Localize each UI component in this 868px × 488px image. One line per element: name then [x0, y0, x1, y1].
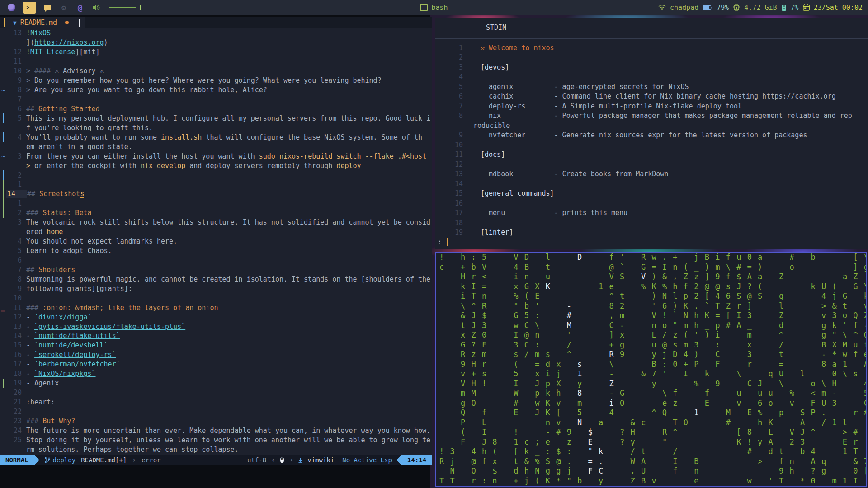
pager-row: 6 cachix - Command line client for Nix b…: [435, 92, 868, 102]
editor-row: ](https://nixos.org): [0, 38, 432, 47]
linux-penguin-icon: [279, 457, 285, 463]
statusline-right: utf-8 ‹ ‹ vimwiki No Active Lsp 14:14: [247, 455, 432, 465]
text-segment: s: [80, 190, 84, 198]
volume-slider[interactable]: [109, 7, 136, 8]
grid-row: 9 H r ( = d x s \ B : 0 + P F r = 8 a 1 …: [436, 360, 866, 370]
grid-chars: ) & , Z z ] 9 f $ A a Z a Z N m * T C n …: [646, 272, 867, 281]
line-number: 19: [6, 379, 26, 387]
markdown-link[interactable]: `divnix/digga`: [34, 313, 91, 321]
gutter-sign: [0, 322, 6, 331]
pager-row: 2: [435, 53, 868, 63]
markdown-link[interactable]: `serokell/deploy-rs`: [34, 351, 116, 359]
markdown-link[interactable]: !MIT License: [26, 48, 75, 56]
datetime: 23/Sat 00:02: [814, 4, 863, 12]
text-segment: Learn to adopt Chaos.: [26, 247, 112, 255]
pager-line-text: [general commands]: [470, 189, 554, 197]
pager-line-text: [docs]: [470, 150, 505, 159]
line-text: - `numtide/devshell`: [26, 341, 432, 349]
gutter-sign: [0, 66, 6, 76]
window-title-text: bash: [431, 4, 448, 12]
grid-chars: 1: [694, 408, 699, 417]
pager-line-number: 7: [435, 102, 470, 110]
text-segment: home: [47, 228, 63, 236]
grid-chars: = .: [588, 457, 604, 466]
grid-chars: #: [567, 311, 572, 320]
editor-buffer[interactable]: 13!NixOS](https://nixos.org)12!MIT Licen…: [0, 28, 432, 455]
text-segment: ###: [26, 209, 42, 217]
line-text: em aren't in a good state.: [26, 143, 432, 151]
grid-chars: R z m s / m s ^: [439, 350, 609, 359]
editor-row: 8Summoning is powerful magic, and cannot…: [0, 274, 432, 284]
line-text: > or enter the cockpit with nix develop …: [26, 162, 432, 170]
pager-text-segment: cachix - Command line client for Nix bin…: [481, 92, 836, 100]
line-text: - `numtide/flake-utils`: [26, 332, 432, 340]
text-cursor: [443, 238, 448, 246]
wifi-icon[interactable]: [658, 5, 666, 10]
grid-chars: D: [577, 253, 583, 262]
grid-chars: ? y " K ! y A 2 3 E r L - i O H: [593, 437, 867, 446]
editor-row: 9following giants][giants]:: [0, 284, 432, 293]
pager-line-number: 3: [435, 63, 470, 71]
grid-row: t J 3 w C \ M C - n o " m h _ p # A _ d …: [436, 321, 866, 331]
modified-dot-icon: [65, 21, 69, 24]
text-segment: >: [26, 86, 34, 94]
gutter-sign: [0, 331, 6, 341]
editor-row: em aren't in a good state.: [0, 142, 432, 151]
text-segment: Are you sure you want to go down this ra…: [34, 86, 267, 94]
line-number: 17: [6, 360, 26, 368]
pager-line-number: 17: [435, 209, 470, 217]
line-text: The future is more uncertain than ever. …: [26, 427, 432, 435]
speaker-icon[interactable]: [91, 3, 101, 13]
grid-chars: P L n v: [439, 418, 577, 427]
editor-row: 2: [0, 170, 432, 180]
grid-chars: 9 y j D 4 ) C 3 t - * w f e P 0 G u L ^ …: [614, 350, 867, 359]
chat-icon[interactable]: [42, 3, 52, 13]
markdown-link[interactable]: `numtide/devshell`: [34, 341, 108, 349]
pager-line-number: 2: [435, 53, 470, 61]
gutter-sign: [0, 57, 6, 66]
markdown-link[interactable]: `berberman/nvfetcher`: [34, 360, 120, 368]
line-text: > Are you sure you want to go down this …: [26, 86, 432, 94]
grid-chars: O e z E v 6 o v F U 3 C E T , 9: [614, 399, 867, 408]
text-segment: Status: Beta: [42, 209, 91, 217]
markdown-link[interactable]: `gytis-ivaskevicius/flake-utils-plus`: [34, 323, 185, 331]
buffer-tab-readme[interactable]: ▼ README.md: [5, 17, 85, 28]
pager-line-number: 16: [435, 199, 470, 207]
active-workspace-terminal-icon[interactable]: >_: [23, 2, 36, 14]
grid-row: Q f E J K [ 5 4 ^ Q 1 M E % p S P . r # …: [436, 408, 866, 418]
text-segment: ⚠ Advisory ⚠: [55, 67, 104, 75]
pager-line-text: [linter]: [470, 228, 513, 236]
gutter-sign: [0, 142, 6, 151]
grid-chars: , U f n 9 h ? g 0 [ J T n: [604, 466, 867, 475]
firefox-icon[interactable]: [6, 3, 16, 13]
text-segment: -: [26, 341, 34, 349]
markdown-link[interactable]: `numtide/flake-utils`: [34, 332, 120, 340]
markdown-link[interactable]: https://nixos.org: [34, 38, 104, 47]
at-icon[interactable]: @: [75, 3, 85, 13]
command-prompt[interactable]: :: [438, 238, 448, 246]
text-segment: -: [26, 370, 34, 378]
line-text: - `gytis-ivaskevicius/flake-utils-plus`: [26, 323, 432, 331]
pager-line-number: 12: [435, 160, 470, 169]
gear-icon[interactable]: ⚙: [59, 3, 69, 13]
grid-chars: T T r : n + j ( K * " b y Z B v e w ' T …: [439, 476, 867, 485]
text-segment: -: [26, 323, 34, 331]
editor-row: 25Stop doing it by yourself, unless we l…: [0, 435, 432, 445]
pager-row: 19[linter]: [435, 228, 868, 238]
line-number: 9: [6, 285, 26, 293]
gutter-sign: [0, 47, 6, 57]
grid-row: R z m s / m s ^ R 9 y j D 4 ) C 3 t - * …: [436, 350, 866, 360]
gutter-sign: [0, 435, 6, 445]
line-number: 5: [6, 247, 26, 255]
line-text: This is my personal deployment hub. I co…: [26, 114, 432, 122]
text-segment: deploy: [336, 162, 361, 170]
editor-row: 24The future is more uncertain than ever…: [0, 426, 432, 435]
markdown-link[interactable]: !NixOS: [26, 29, 51, 37]
grid-chars: E: [588, 437, 594, 446]
network-label: chadpad: [670, 4, 698, 12]
pager-line-number: 10: [435, 141, 470, 149]
markdown-link[interactable]: `NixOS/nixpkgs`: [34, 370, 95, 378]
grid-chars: \ ^ R " b ': [439, 301, 567, 310]
volume-slider-thumb[interactable]: [140, 5, 141, 10]
buffer-filename: README.md: [20, 19, 57, 27]
